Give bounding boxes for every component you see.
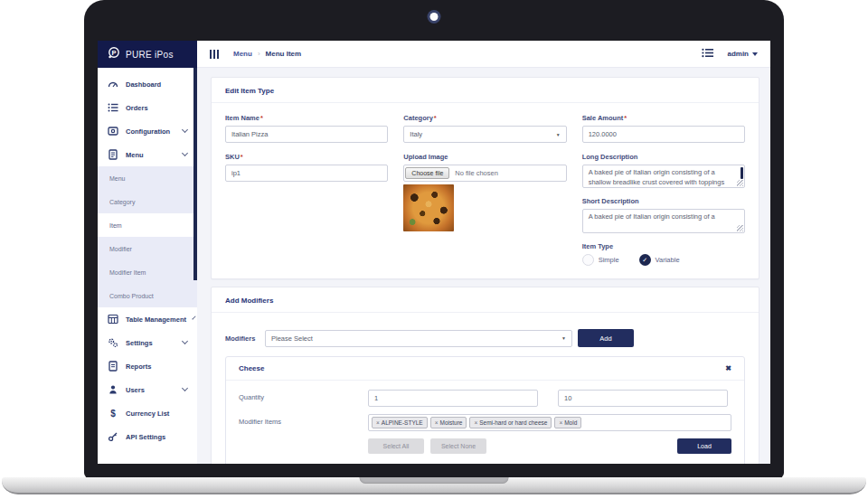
quantity-min-field[interactable]	[368, 390, 538, 407]
sidebar-item-orders[interactable]: Orders	[98, 96, 197, 119]
submenu-item-modifier[interactable]: Modifier	[98, 237, 197, 260]
submenu-item-combo-product[interactable]: Combo Product	[98, 284, 197, 307]
item-type-simple-radio[interactable]: Simple	[582, 254, 619, 266]
settings-gears-icon	[108, 337, 118, 348]
webcam-icon	[428, 10, 441, 24]
sale-amount-field[interactable]	[582, 126, 745, 143]
submenu-item-category[interactable]: Category	[98, 190, 197, 213]
category-label: Category*	[403, 114, 566, 122]
add-modifiers-card: Add Modifiers Modifiers Please Select ▼ …	[211, 287, 760, 464]
sidebar-item-api-settings[interactable]: API Settings	[98, 425, 197, 448]
laptop-base	[2, 477, 866, 494]
radio-checked-icon: ✓	[639, 254, 651, 266]
quantity-max-field[interactable]	[558, 390, 728, 407]
tag-semi-hard-cheese[interactable]: ×Semi-hard or hard cheese	[469, 417, 552, 428]
main-content: Edit Item Type Item Name* Category*	[197, 68, 770, 464]
breadcrumb: Menu › Menu Item	[233, 50, 301, 58]
reports-icon	[108, 361, 118, 372]
user-menu[interactable]: admin	[727, 50, 758, 58]
close-icon[interactable]: ✖	[725, 364, 731, 372]
svg-text:P: P	[111, 49, 116, 57]
select-arrow-icon: ▼	[556, 132, 561, 137]
menu-submenu: Menu Category Item Modifier Modifier Ite…	[98, 166, 197, 307]
modifier-items-label: Modifier Items	[239, 414, 368, 431]
chevron-down-icon	[182, 385, 188, 391]
tag-alpine-style[interactable]: ×ALPINE-STYLE	[372, 417, 428, 428]
laptop-bezel: P PURE iPos Menu › Menu Item	[84, 0, 784, 478]
brand-name: PURE iPos	[126, 50, 174, 60]
upload-image-input[interactable]: Choose file No file chosen	[403, 165, 566, 182]
sku-field[interactable]	[225, 165, 388, 182]
item-name-field[interactable]	[225, 126, 388, 143]
laptop-screen: P PURE iPos Menu › Menu Item	[98, 41, 770, 464]
brand-logo[interactable]: P PURE iPos	[98, 41, 197, 68]
tag-moisture[interactable]: ×Moisture	[430, 417, 467, 428]
app-header: P PURE iPos Menu › Menu Item	[98, 41, 770, 68]
file-status-text: No file chosen	[455, 169, 498, 177]
remove-tag-icon[interactable]: ×	[474, 419, 477, 426]
breadcrumb-menu-item: Menu Item	[266, 50, 302, 58]
list-icon[interactable]	[702, 48, 713, 60]
sidebar-item-currency-list[interactable]: $ Currency List	[98, 401, 197, 425]
sidebar-item-configuration[interactable]: Configuration	[98, 119, 197, 143]
select-arrow-icon: ▼	[561, 335, 566, 341]
menu-icon	[108, 149, 118, 160]
user-name: admin	[727, 50, 749, 58]
sidebar-item-dashboard[interactable]: Dashboard	[98, 72, 197, 96]
sidebar-item-settings[interactable]: Settings	[98, 331, 197, 354]
short-description-label: Short Description	[582, 197, 745, 205]
short-description-textarea[interactable]: A baked pie of Italian origin consisting…	[582, 209, 745, 233]
sidebar-item-reports[interactable]: Reports	[98, 354, 197, 378]
select-all-button[interactable]: Select All	[368, 438, 424, 454]
chevron-down-icon	[182, 127, 188, 133]
chevron-down-icon	[182, 150, 188, 156]
item-type-options: Simple ✓ Variable	[582, 254, 745, 266]
sidebar-scrollbar[interactable]	[193, 68, 197, 280]
select-none-button[interactable]: Select None	[430, 438, 486, 454]
sidebar-item-menu[interactable]: Menu	[98, 143, 197, 166]
submenu-item-modifier-item[interactable]: Modifier Item	[98, 260, 197, 284]
cheese-modifier-panel: Cheese ✖ Quantity	[225, 356, 745, 464]
choose-file-button[interactable]: Choose file	[405, 167, 449, 179]
sidebar-item-table-management[interactable]: Table Management	[98, 307, 197, 331]
breadcrumb-menu[interactable]: Menu	[233, 50, 252, 58]
add-modifier-button[interactable]: Add	[578, 329, 634, 347]
long-description-label: Long Description	[582, 153, 745, 161]
quantity-label: Quantity	[239, 390, 368, 407]
category-select[interactable]: Italy ▼	[403, 126, 566, 143]
brand-logo-icon: P	[107, 46, 121, 62]
item-type-label: Item Type	[582, 242, 745, 250]
submenu-item-item[interactable]: Item	[98, 213, 197, 237]
edit-item-card: Edit Item Type Item Name* Category*	[211, 77, 760, 279]
submenu-item-menu[interactable]: Menu	[98, 166, 197, 190]
remove-tag-icon[interactable]: ×	[435, 419, 439, 426]
item-type-variable-radio[interactable]: ✓ Variable	[639, 254, 680, 266]
api-key-icon	[108, 431, 118, 442]
upload-image-label: Upload Image	[403, 153, 566, 161]
chevron-down-icon	[192, 315, 195, 319]
textarea-scrollbar[interactable]	[741, 167, 743, 179]
remove-tag-icon[interactable]: ×	[376, 419, 380, 426]
sidebar-item-users[interactable]: Users	[98, 378, 197, 401]
resize-handle-icon[interactable]	[737, 225, 743, 231]
modifier-panel-title: Cheese	[239, 364, 264, 372]
remove-tag-icon[interactable]: ×	[559, 419, 562, 426]
sale-amount-label: Sale Amount*	[582, 114, 745, 122]
long-description-textarea[interactable]: A baked pie of Italian origin consisting…	[582, 165, 745, 188]
top-navbar: Menu › Menu Item adm	[197, 41, 770, 68]
configuration-icon	[108, 126, 118, 137]
chevron-down-icon	[752, 52, 758, 56]
orders-icon	[108, 102, 118, 113]
dashboard-icon	[108, 79, 118, 89]
load-button[interactable]: Load	[677, 438, 731, 454]
chevron-down-icon	[182, 338, 188, 344]
item-name-label: Item Name*	[225, 114, 388, 122]
modifier-items-multiselect[interactable]: ×ALPINE-STYLE ×Moisture ×Semi-hard or ha…	[368, 414, 731, 431]
users-icon	[108, 384, 118, 395]
currency-dollar-icon: $	[108, 409, 118, 419]
tag-mold[interactable]: ×Mold	[554, 417, 581, 428]
sidebar-toggle-icon[interactable]	[210, 50, 219, 59]
pos-admin-app: P PURE iPos Menu › Menu Item	[98, 41, 770, 464]
modifiers-select[interactable]: Please Select ▼	[265, 330, 572, 347]
resize-handle-icon[interactable]	[737, 180, 743, 186]
